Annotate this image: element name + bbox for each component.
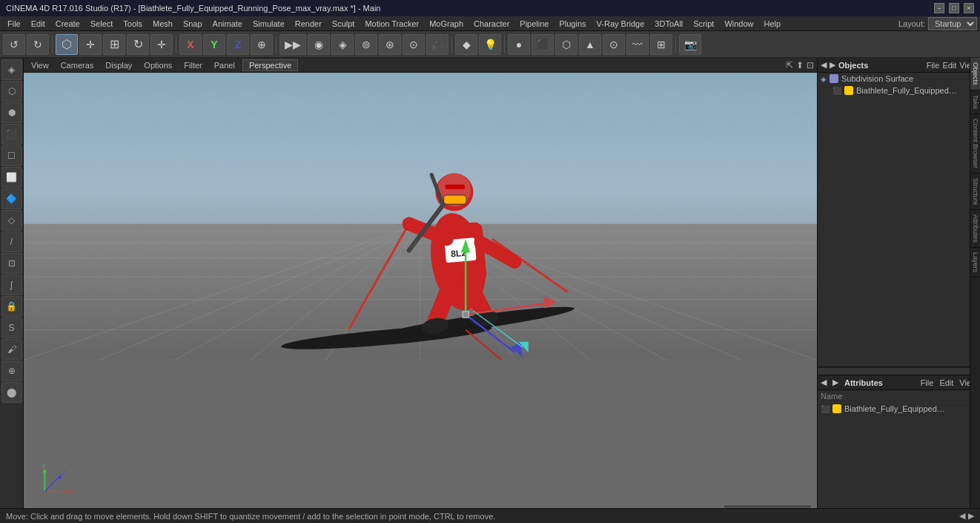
- object-item-subdivision[interactable]: ◈ Subdivision Surface: [818, 73, 980, 85]
- menu-plugins[interactable]: Plugins: [554, 18, 590, 30]
- attrs-scroll-left[interactable]: ◀: [821, 378, 827, 387]
- render-icons-1[interactable]: ▶▶: [279, 34, 306, 55]
- snap-side-btn[interactable]: ⊕: [1, 361, 22, 381]
- attrs-edit-btn[interactable]: Edit: [939, 378, 953, 387]
- menu-simulate[interactable]: Simulate: [248, 18, 289, 30]
- tab-take[interactable]: Take: [970, 91, 980, 114]
- menu-mograph[interactable]: MoGraph: [425, 18, 468, 30]
- menu-file[interactable]: File: [3, 18, 25, 30]
- render-icons-6[interactable]: ⊙: [403, 34, 425, 55]
- magnet-btn[interactable]: 🔒: [1, 296, 22, 317]
- menu-render[interactable]: Render: [291, 18, 326, 30]
- more-tools-btn[interactable]: ⬤: [1, 382, 22, 403]
- cylinder-btn[interactable]: ⬡: [555, 34, 577, 55]
- viewport-cameras-menu[interactable]: Cameras: [56, 60, 99, 70]
- render-icons-2[interactable]: ◉: [308, 34, 330, 55]
- menu-window[interactable]: Window: [720, 18, 758, 30]
- pointer-tool-button[interactable]: ⬡: [56, 34, 78, 55]
- vp-icon-2[interactable]: ⬆: [796, 60, 804, 70]
- viewport-panel-menu[interactable]: Panel: [210, 60, 239, 70]
- viewport-display-menu[interactable]: Display: [101, 60, 136, 70]
- menu-pipeline[interactable]: Pipeline: [515, 18, 553, 30]
- viewport-options-menu[interactable]: Options: [139, 60, 176, 70]
- menu-tools[interactable]: Tools: [119, 18, 147, 30]
- perspective-label[interactable]: Perspective: [242, 59, 298, 71]
- menu-animate[interactable]: Animate: [208, 18, 247, 30]
- menu-character[interactable]: Character: [469, 18, 514, 30]
- menu-help[interactable]: Help: [760, 18, 786, 30]
- poly-mode-btn[interactable]: ⬛: [1, 124, 22, 145]
- objects-scroll-right[interactable]: ▶: [830, 60, 835, 70]
- minimize-button[interactable]: −: [934, 3, 944, 13]
- render-icons-4[interactable]: ⊚: [355, 34, 377, 55]
- menu-sculpt[interactable]: Sculpt: [328, 18, 360, 30]
- paint-btn[interactable]: 🖌: [1, 339, 22, 360]
- objects-scrollbar[interactable]: [818, 367, 980, 375]
- redo-button[interactable]: ↻: [27, 34, 49, 55]
- menu-script[interactable]: Script: [689, 18, 718, 30]
- axis-z-button[interactable]: Z: [227, 34, 249, 55]
- undo-button[interactable]: ↺: [3, 34, 25, 55]
- sphere-btn[interactable]: ●: [508, 34, 530, 55]
- obj-file-btn[interactable]: File: [927, 61, 940, 70]
- world-axis-button[interactable]: ⊕: [251, 34, 273, 55]
- camera-btn[interactable]: 📷: [679, 34, 701, 55]
- light-btn[interactable]: 💡: [479, 34, 501, 55]
- move-tool-button[interactable]: ✛: [79, 34, 102, 55]
- maximize-button[interactable]: □: [949, 3, 959, 13]
- menu-mesh[interactable]: Mesh: [148, 18, 177, 30]
- uv-mode-btn[interactable]: ☐: [1, 145, 22, 166]
- box-tool-btn[interactable]: ⬜: [1, 167, 22, 188]
- menu-select[interactable]: Select: [86, 18, 118, 30]
- bevel-btn[interactable]: ◇: [1, 210, 22, 231]
- edge-mode-btn[interactable]: ⬢: [1, 102, 22, 123]
- attrs-file-btn[interactable]: File: [921, 378, 934, 387]
- object-mode-side-btn[interactable]: ◈: [1, 59, 22, 80]
- attrs-scroll-right[interactable]: ▶: [832, 378, 838, 387]
- viewport-3d[interactable]: 8L2: [24, 73, 817, 523]
- extra-obj-btn[interactable]: ⊞: [650, 34, 672, 55]
- layout-dropdown[interactable]: Startup: [928, 17, 977, 30]
- menu-3dtoall[interactable]: 3DToAll: [650, 18, 687, 30]
- sculpt-btn[interactable]: S: [1, 318, 22, 338]
- viewport-view-menu[interactable]: View: [27, 60, 53, 70]
- viewport-filter-menu[interactable]: Filter: [179, 60, 206, 70]
- status-scroll-left[interactable]: ◀: [959, 511, 965, 521]
- object-mode-btn[interactable]: ◆: [455, 34, 477, 55]
- axis-y-button[interactable]: Y: [203, 34, 225, 55]
- tab-layers[interactable]: Layers: [970, 248, 980, 277]
- tab-structure[interactable]: Structure: [970, 174, 980, 211]
- loop-sel-btn[interactable]: ⊡: [1, 253, 22, 274]
- menu-motion-tracker[interactable]: Motion Tracker: [360, 18, 423, 30]
- rotate-tool-button[interactable]: ↻: [127, 34, 149, 55]
- tab-attributes[interactable]: Attributes: [970, 210, 980, 248]
- tab-content-browser[interactable]: Content Browser: [970, 114, 980, 174]
- render-icons-5[interactable]: ⊛: [379, 34, 401, 55]
- objects-scroll-left[interactable]: ◀: [821, 60, 827, 70]
- knife-btn[interactable]: /: [1, 231, 22, 252]
- scale-tool-button[interactable]: ⊞: [103, 34, 125, 55]
- cube-btn[interactable]: ⬛: [532, 34, 554, 55]
- landscape-btn[interactable]: 〰: [626, 34, 649, 55]
- obj-edit-btn[interactable]: Edit: [942, 61, 956, 70]
- render-icons-3[interactable]: ◈: [331, 34, 354, 55]
- menu-vray[interactable]: V-Ray Bridge: [592, 18, 649, 30]
- mesh-mode-btn[interactable]: ⬡: [1, 81, 22, 102]
- menu-edit[interactable]: Edit: [27, 18, 50, 30]
- torus-btn[interactable]: ⊙: [603, 34, 625, 55]
- object-item-biathlete[interactable]: ⬛ Biathlete_Fully_Equipped_Runnin: [818, 85, 980, 96]
- vp-icon-1[interactable]: ⇱: [786, 60, 793, 70]
- cone-btn[interactable]: ▲: [579, 34, 601, 55]
- close-button[interactable]: ×: [964, 3, 974, 13]
- attrs-obj-item[interactable]: ⬛ Biathlete_Fully_Equipped_Runnin: [818, 403, 980, 415]
- menu-snap[interactable]: Snap: [179, 18, 207, 30]
- status-scroll-right[interactable]: ▶: [968, 511, 974, 521]
- menu-create[interactable]: Create: [51, 18, 85, 30]
- bridge-btn[interactable]: ∫: [1, 274, 22, 295]
- vp-icon-3[interactable]: ⊡: [807, 60, 814, 70]
- transform-tool-button[interactable]: ✛: [150, 34, 173, 55]
- render-icons-7[interactable]: 🎥: [426, 34, 448, 55]
- tab-objects[interactable]: Objects: [970, 58, 980, 91]
- extrude-btn[interactable]: 🔷: [1, 188, 22, 209]
- axis-x-button[interactable]: X: [179, 34, 202, 55]
